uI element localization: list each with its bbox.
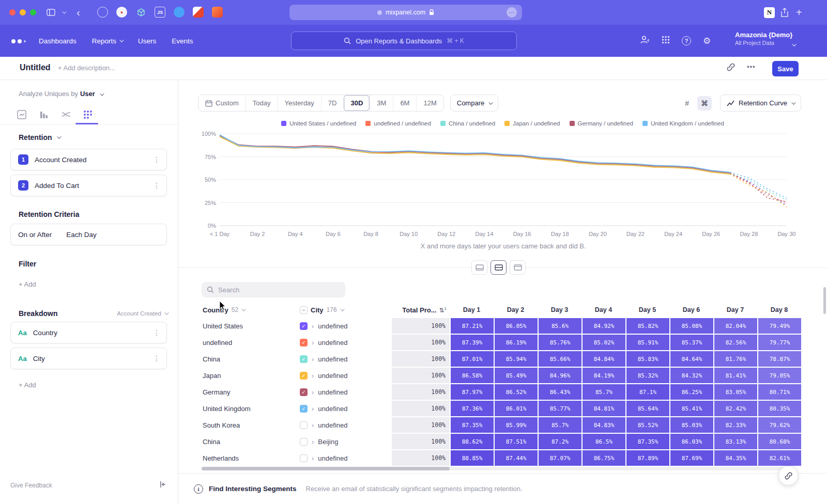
retention-value-cell[interactable]: 87.39% [451, 335, 494, 350]
range-7d[interactable]: 7D [321, 95, 344, 111]
retention-value-cell[interactable]: 85.08% [670, 318, 713, 334]
view-single-icon[interactable] [471, 260, 487, 275]
vertical-scrollbar-thumb[interactable] [823, 287, 826, 314]
page-extension-icon[interactable] [193, 7, 204, 18]
find-segments-title[interactable]: Find Interesting Segments [209, 485, 297, 493]
retention-value-cell[interactable]: 82.33% [714, 417, 757, 433]
retention-value-cell[interactable]: 85.7% [539, 417, 581, 433]
retention-value-cell[interactable]: 84.32% [670, 368, 713, 383]
row-checkbox[interactable]: ✓ [300, 372, 308, 380]
annotations-toggle-icon[interactable]: # [680, 96, 694, 111]
retention-value-cell[interactable]: 87.44% [495, 450, 538, 466]
legend-item[interactable]: undefined / undefined [365, 120, 431, 127]
retention-value-cell[interactable]: 85.52% [626, 417, 669, 433]
view-split-icon[interactable] [491, 260, 507, 275]
blue-extension-icon[interactable] [174, 7, 185, 18]
retention-value-cell[interactable]: 86.52% [495, 384, 538, 400]
retention-value-cell[interactable]: 84.83% [583, 417, 625, 433]
help-icon[interactable]: ? [682, 36, 691, 45]
retention-value-cell[interactable]: 85.41% [670, 401, 713, 416]
retention-value-cell[interactable]: 87.07% [539, 450, 581, 466]
retention-value-cell[interactable]: 86.75% [583, 450, 625, 466]
share-icon[interactable] [780, 6, 789, 19]
extension-icon-1[interactable] [97, 7, 108, 18]
retention-value-cell[interactable]: 84.19% [583, 368, 625, 383]
day-column-header[interactable]: Day 8 [757, 306, 801, 313]
retention-value-cell[interactable]: 84.84% [583, 351, 625, 367]
analyze-uniques-by[interactable]: Analyze Uniques byUser [19, 90, 103, 98]
select-all-checkbox[interactable]: – [300, 306, 308, 314]
extensions-menu-icon[interactable]: ⋯ [507, 7, 517, 18]
keyboard-shortcuts-icon[interactable]: ⌘ [697, 96, 712, 111]
retention-value-cell[interactable]: 79.05% [758, 368, 801, 383]
range-yesterday[interactable]: Yesterday [278, 95, 321, 111]
retention-value-cell[interactable]: 85.37% [670, 335, 713, 350]
retention-value-cell[interactable]: 82.42% [714, 401, 757, 416]
day-column-header[interactable]: Day 2 [494, 306, 538, 313]
retention-value-cell[interactable]: 86.19% [495, 335, 538, 350]
nav-item-events[interactable]: Events [172, 37, 193, 45]
report-title[interactable]: Untitled [20, 63, 51, 72]
sort-icon[interactable]: ⇅1 [439, 306, 447, 314]
country-column-header[interactable]: Country 52 [202, 306, 298, 314]
retention-value-cell[interactable]: 85.91% [626, 335, 669, 350]
row-checkbox[interactable]: ✓ [300, 339, 308, 346]
cube-extension-icon[interactable] [135, 7, 146, 18]
retention-value-cell[interactable]: 86.25% [670, 384, 713, 400]
red-extension-icon[interactable] [212, 7, 223, 18]
retention-value-cell[interactable]: 79.49% [758, 318, 801, 334]
view-table-icon[interactable] [510, 260, 526, 275]
retention-value-cell[interactable]: 79.77% [758, 335, 801, 350]
range-today[interactable]: Today [246, 95, 278, 111]
day-column-header[interactable]: Day 3 [538, 306, 581, 313]
expand-row-icon[interactable]: › [312, 438, 314, 446]
give-feedback-link[interactable]: Give Feedback [10, 482, 52, 489]
day-column-header[interactable]: Day 7 [713, 306, 757, 313]
retention-value-cell[interactable]: 84.35% [714, 450, 757, 466]
legend-item[interactable]: United States / undefined [281, 120, 356, 127]
retention-value-cell[interactable]: 85.64% [626, 401, 669, 416]
retention-value-cell[interactable]: 80.35% [758, 401, 801, 416]
add-filter-button[interactable]: + Add [19, 280, 36, 288]
legend-item[interactable]: United Kingdom / undefined [642, 120, 724, 127]
settings-gear-icon[interactable]: ⚙ [703, 36, 711, 46]
expand-row-icon[interactable]: › [312, 405, 314, 413]
city-column-header[interactable]: – City 176 [298, 306, 392, 314]
retention-value-cell[interactable]: 81.41% [714, 368, 757, 383]
tab-retention-icon[interactable] [81, 107, 95, 122]
row-checkbox[interactable]: ✓ [300, 405, 308, 413]
legend-item[interactable]: China / undefined [440, 120, 495, 127]
retention-value-cell[interactable]: 84.64% [670, 351, 713, 367]
copy-link-icon[interactable] [726, 62, 736, 74]
expand-row-icon[interactable]: › [312, 355, 314, 363]
retention-section-header[interactable]: Retention [19, 133, 60, 141]
range-3m[interactable]: 3M [370, 95, 393, 111]
data-management-icon[interactable] [640, 35, 650, 46]
retention-value-cell[interactable]: 86.58% [451, 368, 494, 383]
retention-value-cell[interactable]: 87.2% [539, 434, 581, 449]
add-description[interactable]: + Add description... [58, 64, 115, 72]
retention-value-cell[interactable]: 78.87% [758, 351, 801, 367]
retention-value-cell[interactable]: 85.99% [495, 417, 538, 433]
kebab-menu-icon[interactable]: ⋮ [153, 181, 160, 190]
retention-value-cell[interactable]: 85.49% [495, 368, 538, 383]
expand-row-icon[interactable]: › [312, 388, 314, 396]
row-checkbox[interactable] [300, 454, 308, 462]
retention-value-cell[interactable]: 82.04% [714, 318, 757, 334]
row-checkbox[interactable] [300, 421, 308, 429]
browser-sidebar-icon[interactable] [47, 6, 55, 19]
retention-value-cell[interactable]: 85.82% [626, 318, 669, 334]
retention-value-cell[interactable]: 85.83% [626, 351, 669, 367]
apps-grid-icon[interactable] [662, 36, 670, 46]
expand-row-icon[interactable]: › [312, 372, 314, 380]
retention-value-cell[interactable]: 85.03% [670, 417, 713, 433]
day-column-header[interactable]: Day 4 [581, 306, 625, 313]
retention-value-cell[interactable]: 84.96% [539, 368, 581, 383]
retention-value-cell[interactable]: 87.01% [451, 351, 494, 367]
retention-value-cell[interactable]: 85.94% [495, 351, 538, 367]
retention-value-cell[interactable]: 87.51% [495, 434, 538, 449]
retention-value-cell[interactable]: 85.77% [539, 401, 581, 416]
chart-type-select[interactable]: Retention Curve [720, 94, 801, 112]
legend-item[interactable]: Germany / undefined [570, 120, 633, 127]
retention-value-cell[interactable]: 87.89% [626, 450, 669, 466]
